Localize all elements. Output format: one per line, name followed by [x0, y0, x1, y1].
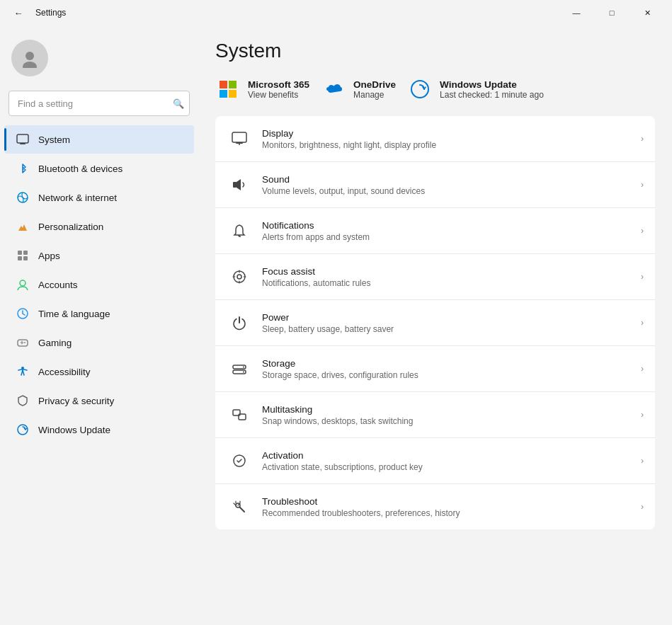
svg-point-24 — [243, 367, 244, 368]
svg-point-0 — [25, 52, 34, 60]
setting-item-power[interactable]: Power Sleep, battery usage, battery save… — [215, 300, 655, 346]
multitasking-setting-icon — [227, 402, 252, 428]
info-card-windows-update[interactable]: Windows Update Last checked: 1 minute ag… — [407, 76, 544, 102]
page-title: System — [215, 40, 655, 62]
sidebar-item-system[interactable]: System — [4, 125, 194, 154]
sidebar-item-label-privacy: Privacy & security — [38, 396, 114, 406]
sidebar-item-time[interactable]: Time & language — [4, 299, 194, 328]
setting-text-power: Power Sleep, battery usage, battery save… — [262, 312, 641, 334]
setting-sub-focus: Notifications, automatic rules — [262, 278, 641, 288]
setting-title-troubleshoot: Troubleshoot — [262, 496, 641, 507]
title-bar-left: ← Settings — [8, 3, 66, 23]
sidebar-item-accounts[interactable]: Accounts — [4, 270, 194, 299]
minimize-button[interactable]: — — [560, 1, 593, 24]
setting-text-sound: Sound Volume levels, output, input, soun… — [262, 174, 641, 196]
setting-item-activation[interactable]: Activation Activation state, subscriptio… — [215, 438, 655, 484]
back-button[interactable]: ← — [8, 3, 28, 23]
close-button[interactable]: ✕ — [631, 1, 664, 24]
storage-setting-icon — [227, 356, 252, 382]
setting-item-storage[interactable]: Storage Storage space, drives, configura… — [215, 346, 655, 392]
personalization-nav-icon — [16, 219, 30, 234]
chevron-right-icon-storage: › — [641, 364, 644, 374]
search-icon: 🔍 — [173, 98, 184, 109]
setting-item-display[interactable]: Display Monitors, brightness, night ligh… — [215, 116, 655, 162]
update-nav-icon — [16, 423, 30, 437]
gaming-nav-icon — [16, 336, 30, 350]
svg-point-15 — [411, 81, 428, 98]
sidebar-item-label-personalization: Personalization — [38, 222, 103, 232]
search-area[interactable]: 🔍 — [8, 91, 190, 116]
setting-item-troubleshoot[interactable]: Troubleshoot Recommended troubleshooters… — [215, 484, 655, 529]
setting-text-multitasking: Multitasking Snap windows, desktops, tas… — [262, 404, 641, 426]
activation-setting-icon — [227, 448, 252, 474]
setting-text-activation: Activation Activation state, subscriptio… — [262, 450, 641, 472]
user-avatar-area[interactable] — [0, 31, 198, 91]
setting-text-focus: Focus assist Notifications, automatic ru… — [262, 266, 641, 288]
setting-sub-multitasking: Snap windows, desktops, task switching — [262, 416, 641, 426]
onedrive-title: OneDrive — [353, 79, 396, 90]
chevron-right-icon-sound: › — [641, 180, 644, 190]
window-title: Settings — [35, 8, 66, 18]
sidebar-item-apps[interactable]: Apps — [4, 241, 194, 270]
windows-update-info-text: Windows Update Last checked: 1 minute ag… — [440, 79, 544, 100]
sidebar-item-personalization[interactable]: Personalization — [4, 212, 194, 241]
accessibility-nav-icon — [16, 365, 30, 379]
setting-text-troubleshoot: Troubleshoot Recommended troubleshooters… — [262, 496, 641, 518]
chevron-right-icon-activation: › — [641, 456, 644, 466]
maximize-button[interactable]: □ — [596, 1, 628, 24]
chevron-right-icon-troubleshoot: › — [641, 502, 644, 512]
sidebar-item-gaming[interactable]: Gaming — [4, 328, 194, 357]
svg-rect-16 — [232, 132, 246, 142]
chevron-right-icon-power: › — [641, 318, 644, 328]
sidebar-item-bluetooth[interactable]: Bluetooth & devices — [4, 154, 194, 183]
sidebar-item-label-update: Windows Update — [38, 425, 110, 435]
setting-item-focus[interactable]: Focus assist Notifications, automatic ru… — [215, 254, 655, 300]
setting-sub-activation: Activation state, subscriptions, product… — [262, 462, 641, 472]
power-setting-icon — [227, 310, 252, 336]
setting-text-notifications: Notifications Alerts from apps and syste… — [262, 220, 641, 242]
setting-item-multitasking[interactable]: Multitasking Snap windows, desktops, tas… — [215, 392, 655, 438]
sidebar-item-label-accounts: Accounts — [38, 280, 78, 290]
setting-title-focus: Focus assist — [262, 266, 641, 277]
setting-text-storage: Storage Storage space, drives, configura… — [262, 358, 641, 380]
info-card-microsoft365[interactable]: Microsoft 365 View benefits — [215, 76, 309, 102]
svg-point-25 — [243, 372, 244, 373]
sidebar-item-privacy[interactable]: Privacy & security — [4, 386, 194, 415]
onedrive-text: OneDrive Manage — [353, 79, 396, 100]
svg-rect-7 — [18, 256, 22, 260]
notifications-setting-icon — [227, 218, 252, 243]
system-nav-icon — [16, 132, 30, 147]
setting-text-display: Display Monitors, brightness, night ligh… — [262, 128, 641, 150]
display-setting-icon — [227, 126, 252, 151]
setting-item-sound[interactable]: Sound Volume levels, output, input, soun… — [215, 162, 655, 208]
info-card-onedrive[interactable]: OneDrive Manage — [321, 76, 396, 102]
setting-sub-sound: Volume levels, output, input, sound devi… — [262, 186, 641, 196]
sound-setting-icon — [227, 172, 252, 197]
windows-update-icon — [407, 76, 433, 102]
setting-sub-troubleshoot: Recommended troubleshooters, preferences… — [262, 508, 641, 518]
windows-update-info-title: Windows Update — [440, 79, 544, 90]
sidebar-item-label-time: Time & language — [38, 309, 110, 319]
svg-rect-6 — [23, 251, 28, 255]
setting-sub-storage: Storage space, drives, configuration rul… — [262, 370, 641, 380]
apps-nav-icon — [16, 248, 30, 263]
setting-sub-notifications: Alerts from apps and system — [262, 232, 641, 242]
svg-point-14 — [18, 425, 28, 435]
setting-item-notifications[interactable]: Notifications Alerts from apps and syste… — [215, 208, 655, 254]
sidebar-item-accessibility[interactable]: Accessibility — [4, 357, 194, 386]
search-input[interactable] — [8, 91, 190, 116]
setting-title-storage: Storage — [262, 358, 641, 369]
svg-point-1 — [23, 62, 37, 68]
onedrive-subtitle: Manage — [353, 90, 396, 100]
app-body: 🔍 System Bluetooth & devices Network & i… — [0, 25, 672, 625]
sidebar: 🔍 System Bluetooth & devices Network & i… — [0, 25, 198, 625]
setting-sub-display: Monitors, brightness, night light, displ… — [262, 140, 641, 150]
sidebar-item-update[interactable]: Windows Update — [4, 415, 194, 444]
svg-rect-17 — [236, 142, 243, 144]
setting-title-multitasking: Multitasking — [262, 404, 641, 415]
accounts-nav-icon — [16, 277, 30, 292]
window-controls: — □ ✕ — [560, 1, 664, 24]
time-nav-icon — [16, 306, 30, 321]
setting-sub-power: Sleep, battery usage, battery saver — [262, 324, 641, 334]
sidebar-item-network[interactable]: Network & internet — [4, 183, 194, 212]
